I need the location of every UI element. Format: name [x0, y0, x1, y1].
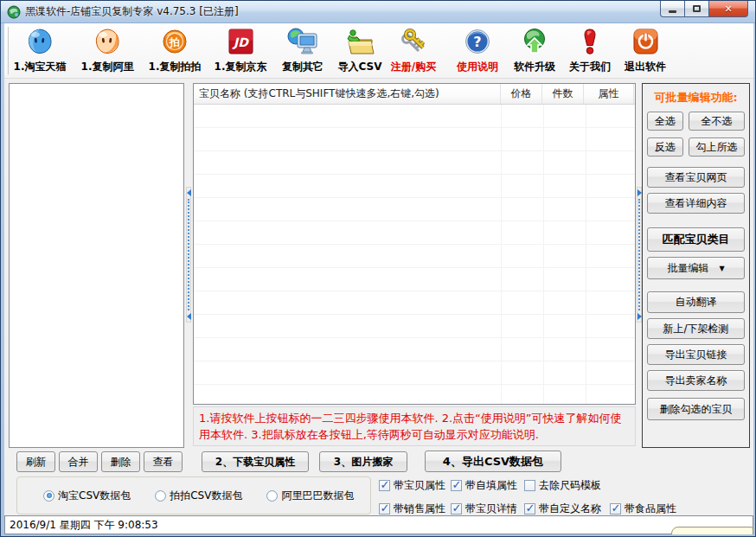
- view-item-page-button[interactable]: 查看宝贝网页: [647, 167, 745, 188]
- left-splitter-handle[interactable]: [186, 187, 191, 323]
- checkbox-remove-size-template[interactable]: 去除尺码模板: [524, 478, 601, 493]
- column-header-qty[interactable]: 件数: [542, 84, 584, 104]
- toolbar-button-taobao-tmall[interactable]: 1.淘宝天猫: [6, 25, 74, 77]
- batch-edit-label: 批量编辑: [667, 261, 708, 276]
- checkbox-icon: [524, 480, 535, 491]
- radio-button-icon: [266, 490, 278, 502]
- maximize-button[interactable]: [685, 1, 709, 17]
- checkbox-sales-attrs[interactable]: 带销售属性: [379, 502, 445, 516]
- toolbar-button-register-buy[interactable]: 注册/购买: [380, 25, 447, 77]
- paipai-glyph: 拍: [169, 36, 180, 48]
- toolbar-button-copy-jd[interactable]: JD 1.复制京东: [207, 25, 274, 77]
- window-title: 黑谍软件-店铺宝贝复制专家 v4.75.3 [已注册]: [25, 4, 239, 19]
- exclamation-icon: [577, 25, 603, 58]
- shelf-check-button[interactable]: 新上/下架检测: [647, 318, 745, 339]
- toolbar-button-copy-ali[interactable]: 1.复制阿里: [74, 25, 141, 77]
- radio-button-icon: [155, 490, 166, 502]
- delete-checked-button[interactable]: 删除勾选的宝贝: [647, 398, 745, 420]
- export-sellers-button[interactable]: 导出卖家名称: [647, 370, 745, 391]
- match-category-button[interactable]: 匹配宝贝类目: [647, 227, 745, 252]
- checkbox-item-attrs[interactable]: 带宝贝属性: [379, 478, 445, 493]
- select-all-button[interactable]: 全选: [647, 112, 683, 131]
- toolbar-label: 导入CSV: [338, 60, 382, 74]
- merge-button[interactable]: 合并: [59, 451, 98, 472]
- toolbar-label: 1.淘宝天猫: [14, 60, 67, 74]
- column-divider: [543, 105, 544, 404]
- checkbox-icon: [379, 503, 390, 515]
- checkbox-self-fill-attrs[interactable]: 带自填属性: [451, 478, 517, 493]
- minimize-button[interactable]: [660, 1, 685, 17]
- column-price-label: 价格: [511, 86, 532, 101]
- view-detail-button[interactable]: 查看详细内容: [647, 193, 745, 214]
- power-icon: [631, 25, 660, 58]
- batch-edit-sidebar: 可批量编辑功能: 全选 全不选 反选 勾上所选 查看宝贝网页 查看详细内容 匹配…: [642, 83, 750, 448]
- auto-translate-button[interactable]: 自动翻译: [647, 291, 745, 313]
- collapse-right-icon: [637, 189, 642, 196]
- title-bar[interactable]: 黑谍软件-店铺宝贝复制专家 v4.75.3 [已注册] ✕: [1, 1, 755, 23]
- step4-export-csv-button[interactable]: 4、导出CSV数据包: [425, 451, 561, 472]
- batch-edit-dropdown[interactable]: 批量编辑 ▼: [647, 257, 745, 279]
- checkbox-label: 带食品属性: [625, 502, 676, 516]
- column-header-price[interactable]: 价格: [501, 84, 542, 104]
- view-button[interactable]: 查看: [144, 451, 183, 472]
- column-header-name[interactable]: 宝贝名称 (支持CTRL与SHIFT键快速多选,右键,勾选): [194, 84, 501, 104]
- client-area: 1.淘宝天猫 1.复制阿里: [4, 23, 753, 534]
- ali-wangwang-icon: [92, 25, 123, 58]
- usage-instructions: 1.请按软件上按钮标的一二三四步骤使用本软件. 2.点击“使用说明”可快速了解如…: [193, 406, 636, 446]
- main-toolbar: 1.淘宝天猫 1.复制阿里: [4, 23, 753, 79]
- toolbar-label: 关于我们: [569, 60, 611, 74]
- refresh-button[interactable]: 刷新: [16, 451, 55, 472]
- checkbox-icon: [451, 480, 462, 491]
- check-selected-button[interactable]: 勾上所选: [689, 137, 745, 157]
- list-body[interactable]: [194, 105, 635, 404]
- taobao-wangwang-icon: [24, 25, 55, 58]
- checkbox-label: 带自填属性: [465, 478, 517, 493]
- delete-button[interactable]: 删除: [101, 451, 140, 472]
- collapse-left-icon: [187, 313, 191, 320]
- globe-monitor-icon: [286, 25, 319, 58]
- column-divider: [586, 105, 586, 404]
- toolbar-label: 1.复制京东: [215, 60, 267, 74]
- toolbar-button-exit[interactable]: 退出软件: [612, 25, 679, 77]
- column-divider: [501, 105, 502, 404]
- checkbox-food-attrs[interactable]: 带食品属性: [610, 502, 676, 516]
- item-list[interactable]: 宝贝名称 (支持CTRL与SHIFT键快速多选,右键,勾选) 价格 件数 属性: [193, 83, 636, 405]
- checkbox-custom-name[interactable]: 带自定义名称: [524, 502, 601, 516]
- radio-label: 淘宝CSV数据包: [58, 489, 131, 503]
- tooltip-balloon: [671, 527, 753, 534]
- column-header-attr[interactable]: 属性: [584, 84, 634, 104]
- toolbar-button-copy-paipai[interactable]: 拍 1.复制拍拍: [141, 25, 208, 77]
- jd-icon: JD: [226, 25, 255, 58]
- radio-taobao-csv[interactable]: 淘宝CSV数据包: [43, 489, 131, 503]
- app-icon: [7, 5, 21, 19]
- collapse-right-icon: [637, 313, 642, 320]
- checkbox-label: 带自定义名称: [539, 502, 601, 516]
- datetime-text: 2016/9/1 星期四 下午 9:08:53: [10, 518, 158, 533]
- toolbar-label: 退出软件: [625, 60, 666, 74]
- toolbar-label: 1.复制拍拍: [149, 60, 202, 74]
- export-links-button[interactable]: 导出宝贝链接: [647, 344, 745, 365]
- toolbar-label: 使用说明: [457, 60, 498, 74]
- step2-download-attrs-button[interactable]: 2、下载宝贝属性: [202, 451, 309, 472]
- invert-selection-button[interactable]: 反选: [647, 137, 683, 157]
- radio-alibaba[interactable]: 阿里巴巴数据包: [266, 489, 354, 503]
- select-none-button[interactable]: 全不选: [689, 112, 745, 131]
- checkbox-label: 去除尺码模板: [539, 478, 601, 493]
- column-name-label: 宝贝名称 (支持CTRL与SHIFT键快速多选,右键,勾选): [199, 86, 439, 101]
- toolbar-label: 软件升级: [514, 60, 555, 74]
- checkbox-item-detail[interactable]: 带宝贝详情: [451, 502, 517, 516]
- chevron-down-icon: ▼: [719, 265, 724, 272]
- collapse-left-icon: [187, 189, 191, 196]
- question-icon: ?: [463, 25, 492, 58]
- checkbox-label: 带宝贝详情: [465, 502, 517, 516]
- status-bar: 2016/9/1 星期四 下午 9:08:53: [4, 515, 753, 534]
- radio-label: 拍拍CSV数据包: [170, 489, 242, 503]
- close-button[interactable]: ✕: [709, 1, 748, 17]
- left-splitter[interactable]: [185, 83, 192, 448]
- radio-paipai-csv[interactable]: 拍拍CSV数据包: [155, 489, 242, 503]
- step3-image-move-button[interactable]: 3、图片搬家: [319, 451, 407, 472]
- svg-text:JD: JD: [232, 35, 249, 49]
- shop-tree-panel[interactable]: [9, 83, 184, 448]
- checkbox-label: 带宝贝属性: [394, 478, 445, 493]
- paipai-icon: 拍: [160, 25, 189, 58]
